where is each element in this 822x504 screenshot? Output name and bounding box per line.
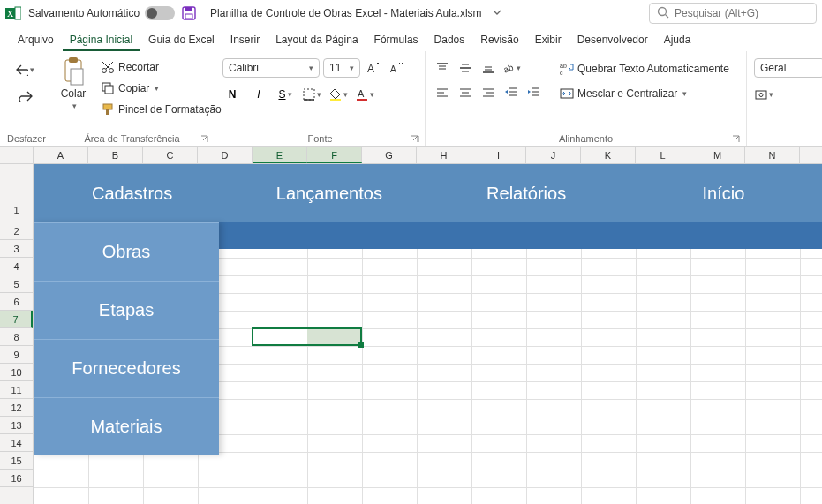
currency-button[interactable]: ▾ [754,85,773,104]
group-label-font: Fonte [222,132,418,144]
paste-button[interactable]: Colar▾ [57,55,90,113]
select-all-corner[interactable] [0,147,34,163]
row-header[interactable]: 14 [0,434,33,452]
row-header[interactable]: 13 [0,417,33,434]
col-header[interactable]: G [362,147,417,163]
row-header[interactable]: 1 [0,164,33,222]
copy-button[interactable]: Copiar▾ [97,79,225,97]
row-header[interactable]: 6 [0,293,33,311]
cut-button[interactable]: Recortar [97,58,225,76]
row-header[interactable]: 10 [0,364,33,381]
col-header[interactable]: B [88,147,143,163]
underline-button[interactable]: S▾ [275,85,295,104]
redo-button[interactable] [15,87,34,106]
col-header[interactable]: H [417,147,471,163]
nav-relatorios[interactable]: Relatórios [428,164,625,222]
svg-text:A: A [390,64,396,74]
clipboard-dialog-icon[interactable] [200,135,209,144]
row-header[interactable]: 7 [0,311,33,328]
format-painter-button[interactable]: Pincel de Formatação [97,101,225,118]
tab-formulas[interactable]: Fórmulas [367,30,426,51]
tab-guia-excel[interactable]: Guia do Excel [141,30,222,51]
col-header[interactable]: D [198,147,253,163]
increase-indent-button[interactable] [524,83,544,102]
row-header[interactable]: 3 [0,240,33,258]
col-header[interactable]: M [690,147,745,163]
align-left-button[interactable] [433,83,452,102]
column-headers: A B C D E F G H I J K L M N [0,147,822,164]
fill-handle-icon[interactable] [358,342,364,348]
number-format-select[interactable]: Geral [754,58,822,78]
col-header[interactable]: A [34,147,88,163]
align-right-button[interactable] [479,83,498,102]
submenu-etapas[interactable]: Etapas [34,281,219,339]
borders-button[interactable]: ▾ [302,85,321,104]
tab-pagina-inicial[interactable]: Página Inicial [63,30,140,51]
save-icon[interactable] [182,6,196,20]
col-header[interactable]: K [581,147,636,163]
align-top-button[interactable] [433,58,452,78]
search-input[interactable]: Pesquisar (Alt+G) [649,3,817,24]
col-header[interactable]: I [471,147,526,163]
font-dialog-icon[interactable] [411,135,419,144]
row-header[interactable]: 4 [0,258,33,275]
submenu-obras[interactable]: Obras [34,222,219,281]
row-header[interactable]: 15 [0,452,33,470]
nav-inicio[interactable]: Início [625,164,822,222]
row-header[interactable]: 8 [0,328,33,346]
svg-text:ab: ab [560,63,567,69]
ribbon: ▾ Desfazer Colar▾ Recortar Copiar▾ [0,51,822,147]
font-name-select[interactable]: Calibri▾ [222,58,320,78]
svg-point-12 [109,69,114,73]
col-header[interactable]: F [307,147,362,163]
tab-revisao[interactable]: Revisão [473,30,525,51]
increase-font-button[interactable]: A [364,58,383,78]
row-header[interactable]: 11 [0,381,33,399]
font-color-button[interactable]: A▾ [355,85,374,104]
submenu-fornecedores[interactable]: Fornecedores [34,339,219,397]
tab-ajuda[interactable]: Ajuda [657,30,698,51]
decrease-indent-button[interactable] [501,83,521,102]
submenu-materiais[interactable]: Materiais [34,397,219,455]
decrease-font-button[interactable]: A [387,58,406,78]
row-header[interactable]: 2 [0,222,33,240]
tab-desenvolvedor[interactable]: Desenvolvedor [570,30,655,51]
col-header[interactable]: N [745,147,800,163]
autosave-toggle[interactable] [145,6,175,20]
align-center-button[interactable] [456,83,475,102]
font-size-select[interactable]: 11▾ [323,58,360,78]
tab-layout[interactable]: Layout da Página [268,30,365,51]
svg-rect-18 [106,109,109,115]
tab-exibir[interactable]: Exibir [528,30,569,51]
col-header[interactable]: E [253,147,307,163]
alignment-dialog-icon[interactable] [732,135,741,144]
row-header[interactable]: 5 [0,275,33,293]
tab-arquivo[interactable]: Arquivo [11,30,61,51]
italic-button[interactable]: I [249,85,268,104]
fill-color-button[interactable]: ▾ [328,85,348,104]
svg-rect-21 [304,89,314,100]
align-middle-button[interactable] [456,58,475,78]
row-headers: 1 2 3 4 5 6 7 8 9 10 11 12 13 14 15 16 [0,164,34,504]
group-label-number [754,142,814,144]
title-chevron-icon[interactable] [489,7,501,19]
col-header[interactable]: C [143,147,198,163]
tab-inserir[interactable]: Inserir [223,30,267,51]
col-header[interactable]: L [636,147,690,163]
row-header[interactable]: 16 [0,470,33,487]
wrap-text-button[interactable]: abc Quebrar Texto Automaticamente [556,60,733,78]
svg-point-11 [102,69,107,73]
nav-lancamentos[interactable]: Lançamentos [230,164,427,222]
orientation-button[interactable]: ab▾ [501,58,521,78]
align-bottom-button[interactable] [479,58,498,78]
merge-center-button[interactable]: Mesclar e Centralizar▾ [556,85,733,102]
spreadsheet-grid[interactable]: 1 2 3 4 5 6 7 8 9 10 11 12 13 14 15 16 C… [0,164,822,504]
cells-area[interactable]: Cadastros Lançamentos Relatórios Início … [34,164,822,504]
bold-button[interactable]: N [222,85,242,104]
col-header[interactable]: J [526,147,581,163]
row-header[interactable]: 12 [0,399,33,417]
undo-button[interactable]: ▾ [15,60,34,79]
row-header[interactable]: 9 [0,346,33,364]
tab-dados[interactable]: Dados [427,30,472,51]
nav-cadastros[interactable]: Cadastros [34,164,230,222]
